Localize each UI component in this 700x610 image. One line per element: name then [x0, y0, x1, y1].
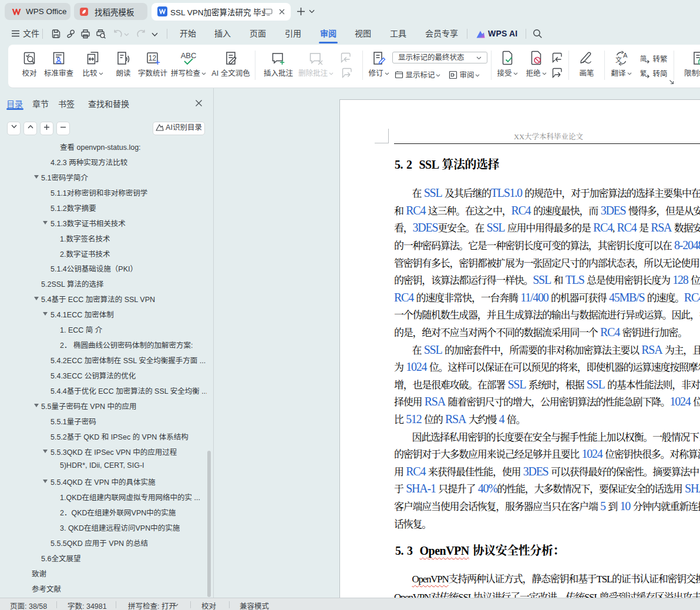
svg-text:A: A: [623, 52, 628, 59]
svg-text:ABC: ABC: [181, 51, 197, 60]
svg-text:繁: 繁: [640, 69, 647, 77]
svg-text:简: 简: [640, 55, 647, 62]
svg-text:文: 文: [615, 56, 622, 63]
svg-text:12: 12: [149, 54, 157, 62]
